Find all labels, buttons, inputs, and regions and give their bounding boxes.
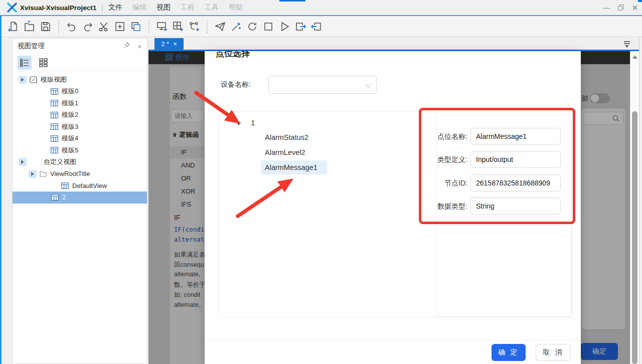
point-select-dialog: 点位选择 设备名称: 1 AlarmStatus2 AlarmLevel2 Al… — [205, 51, 581, 364]
save-icon[interactable] — [38, 19, 53, 34]
magic-wand-icon[interactable] — [229, 19, 244, 34]
close-panel-icon[interactable]: × — [137, 42, 142, 51]
main-toolbar — [2, 16, 642, 37]
vertical-scrollbar[interactable] — [630, 51, 639, 364]
import-icon[interactable] — [309, 19, 324, 34]
new-file-icon[interactable] — [6, 19, 21, 34]
tree-label: 模版5 — [62, 146, 78, 155]
menu-help: 帮助 — [229, 3, 243, 12]
point-name-field[interactable] — [470, 128, 561, 145]
close-window-button[interactable]: × — [632, 1, 638, 15]
menu-view[interactable]: 视图 — [156, 3, 171, 12]
collapse-tabs-icon[interactable] — [624, 41, 630, 48]
undo-icon[interactable] — [64, 19, 79, 34]
chevron-down-icon — [365, 82, 371, 87]
restore-button[interactable] — [618, 5, 624, 11]
cut-icon[interactable] — [96, 19, 111, 34]
toolbar-separator — [148, 20, 149, 33]
data-type-label: 数据类型: — [435, 198, 467, 215]
sidebar-item-template0[interactable]: 模版0 — [13, 86, 147, 98]
folder-icon — [40, 171, 47, 177]
menu-tools: 工具 — [205, 3, 219, 12]
add-frame-icon[interactable] — [112, 19, 127, 34]
title-menu-divider: | — [101, 4, 103, 12]
node-id-field[interactable] — [470, 174, 561, 192]
tree-label: 自定义视图 — [44, 157, 76, 166]
add-view-icon[interactable] — [154, 19, 170, 34]
tree-label: 模版1 — [62, 99, 78, 108]
toolbar-separator — [207, 20, 208, 33]
type-definition-label: 类型定义: — [435, 151, 467, 168]
sidebar-item-template-view[interactable]: 模版视图 — [13, 74, 147, 86]
dialog-cancel-button[interactable]: 取 消 — [536, 344, 571, 361]
open-folder-icon[interactable] — [22, 19, 37, 34]
tree-label: ViewRootTitle — [50, 170, 90, 177]
tab-close-icon[interactable]: × — [173, 40, 177, 48]
export-icon[interactable] — [293, 19, 308, 34]
top-accent-segment — [279, 0, 305, 2]
grid-view-button[interactable] — [37, 56, 51, 70]
rotate-icon[interactable] — [245, 19, 260, 34]
template-view-icon — [30, 76, 37, 83]
tree-label: 模版2 — [62, 110, 78, 119]
tree-label: 模版3 — [62, 122, 78, 131]
publish-icon[interactable] — [213, 19, 228, 34]
dialog-tree-item-alarmmessage1[interactable]: AlarmMessage1 — [261, 160, 327, 174]
redo-icon[interactable] — [80, 19, 95, 34]
tab-view-2[interactable]: 2 * × — [154, 38, 184, 50]
table-icon — [51, 147, 58, 153]
table-icon — [51, 112, 58, 118]
tree-label: 模版4 — [62, 134, 78, 143]
data-type-field[interactable] — [470, 198, 561, 215]
scrollbar-thumb[interactable] — [632, 111, 637, 364]
app-logo-icon — [6, 3, 18, 15]
minimize-button[interactable]: — — [603, 0, 610, 15]
sidebar-item-defaultview[interactable]: DefaultView — [13, 180, 147, 192]
caret-icon[interactable] — [19, 158, 27, 166]
dialog-title: 点位选择 — [205, 51, 581, 59]
table-icon — [51, 100, 58, 106]
run-icon[interactable] — [277, 19, 292, 34]
tree-label: DefaultView — [72, 182, 107, 190]
table-icon — [61, 183, 69, 189]
add-component-icon[interactable] — [171, 19, 186, 34]
dialog-footer-divider — [205, 340, 581, 340]
scroll-up-arrow-icon[interactable] — [632, 55, 637, 59]
window-right-gutter — [639, 38, 642, 364]
copy-icon[interactable] — [128, 19, 143, 34]
stop-icon[interactable] — [261, 19, 276, 34]
dialog-ok-button[interactable]: 确 定 — [492, 344, 526, 361]
type-definition-field[interactable] — [470, 151, 561, 168]
sidebar-item-viewroottitle[interactable]: ViewRootTitle — [13, 168, 147, 180]
device-name-select[interactable] — [268, 76, 377, 94]
sidebar-item-template2[interactable]: 模版2 — [13, 109, 147, 121]
toolbar-separator — [58, 20, 59, 33]
dialog-tree-item-alarmlevel2[interactable]: AlarmLevel2 — [265, 148, 305, 156]
view-manager-panel: 视图管理 × 模版视图 模版0 模版1 模版2 模版3 模 — [12, 38, 147, 364]
pin-icon[interactable] — [123, 42, 130, 51]
sidebar-item-custom-views[interactable]: 自定义视图 — [13, 156, 147, 168]
sidebar-item-view-2[interactable]: 2 — [13, 192, 147, 204]
list-view-button[interactable] — [18, 56, 32, 70]
sidebar-item-template3[interactable]: 模版3 — [13, 121, 147, 133]
top-accent-corner — [638, 0, 642, 2]
tree-label: 2 — [62, 194, 66, 201]
caret-icon[interactable] — [29, 170, 37, 178]
sidebar-item-template4[interactable]: 模版4 — [13, 133, 147, 145]
device-name-label: 设备名称: — [221, 80, 251, 89]
tab-label: 2 * — [161, 40, 169, 48]
tree-label: 模版0 — [62, 87, 78, 96]
table-icon — [51, 88, 58, 95]
table-icon — [51, 135, 58, 142]
panel-title: 视图管理 — [18, 42, 116, 51]
caret-icon[interactable] — [19, 76, 27, 84]
sidebar-item-template1[interactable]: 模版1 — [13, 97, 147, 109]
point-name-label: 点位名称: — [435, 128, 467, 145]
add-flow-icon[interactable] — [187, 19, 202, 34]
menu-project: 工程 — [181, 3, 195, 12]
tree-caret-icon[interactable] — [237, 122, 241, 125]
menu-file[interactable]: 文件 — [108, 3, 122, 12]
dialog-tree-root[interactable]: 1 — [251, 118, 255, 127]
dialog-tree-item-alarmstatus2[interactable]: AlarmStatus2 — [265, 133, 308, 141]
sidebar-item-template5[interactable]: 模版5 — [13, 144, 147, 156]
